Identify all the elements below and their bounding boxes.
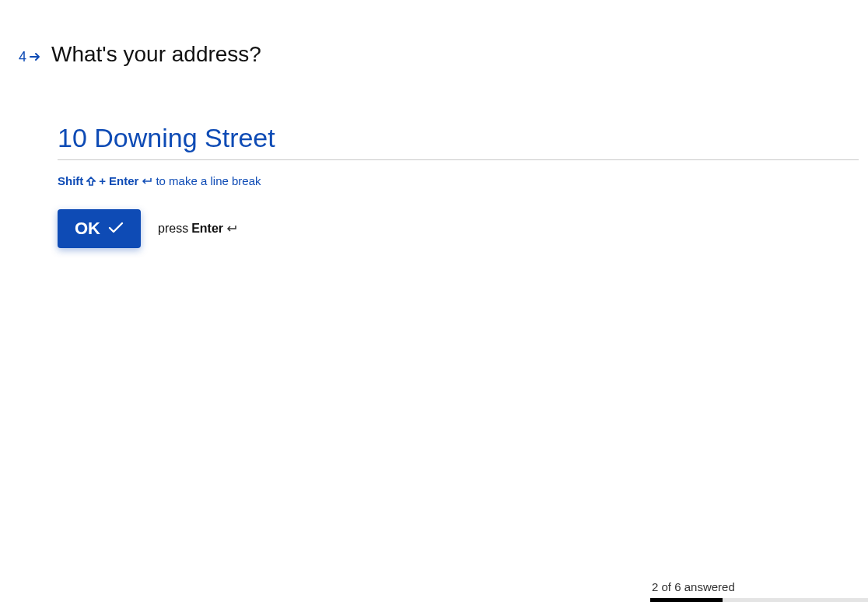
progress-fill xyxy=(650,598,723,602)
question-number: 4 xyxy=(19,49,40,65)
arrow-right-icon xyxy=(30,52,40,61)
hint-plus: + xyxy=(99,174,106,187)
action-row: OK press Enter xyxy=(58,209,859,248)
address-input[interactable] xyxy=(58,123,859,160)
check-icon xyxy=(108,219,124,239)
ok-button-label: OK xyxy=(75,219,100,239)
answer-block: Shift + Enter to make a line break OK pr… xyxy=(58,123,859,248)
form-question-container: 4 What's your address? Shift + Enter to … xyxy=(0,0,868,248)
progress-bar xyxy=(650,598,868,602)
press-prefix: press xyxy=(158,222,188,236)
press-enter-hint: press Enter xyxy=(158,222,237,236)
question-number-value: 4 xyxy=(19,49,26,65)
ok-button[interactable]: OK xyxy=(58,209,141,248)
shift-key-icon xyxy=(86,177,96,186)
line-break-hint: Shift + Enter to make a line break xyxy=(58,174,859,187)
hint-shift-text: Shift xyxy=(58,174,83,187)
press-key: Enter xyxy=(191,222,223,236)
enter-key-icon xyxy=(226,225,237,233)
hint-enter-text: Enter xyxy=(109,174,138,187)
question-row: 4 What's your address? xyxy=(19,40,859,68)
enter-key-icon xyxy=(142,177,152,185)
progress-label: 2 of 6 answered xyxy=(650,580,868,593)
question-title: What's your address? xyxy=(51,40,261,68)
progress-container: 2 of 6 answered xyxy=(650,580,868,602)
hint-suffix: to make a line break xyxy=(156,174,261,187)
